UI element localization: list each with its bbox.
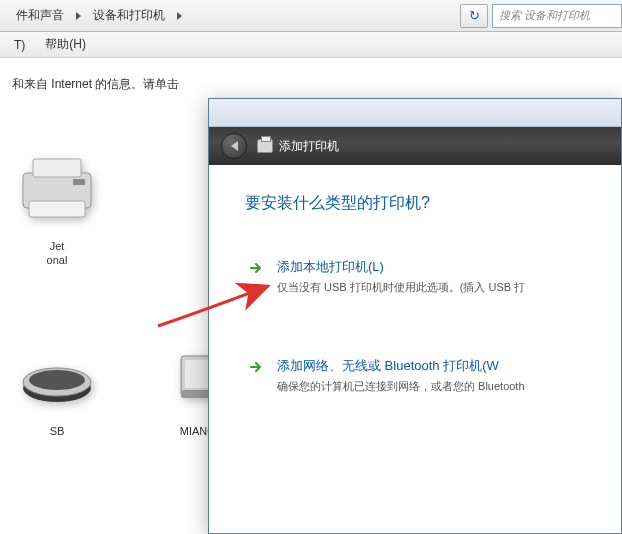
breadcrumb-hardware-sound[interactable]: 件和声音 [8, 3, 72, 28]
option-add-network-printer[interactable]: 添加网络、无线或 Bluetooth 打印机(W 确保您的计算机已连接到网络，或… [245, 351, 585, 400]
back-button[interactable] [221, 133, 247, 159]
breadcrumb-devices-printers[interactable]: 设备和打印机 [85, 3, 173, 28]
dialog-heading: 要安装什么类型的打印机? [245, 193, 585, 214]
arrow-right-icon [249, 260, 265, 276]
svg-point-6 [29, 370, 85, 390]
refresh-button[interactable]: ↻ [460, 4, 488, 28]
dialog-titlebar[interactable] [209, 99, 621, 127]
device-label: Jet onal [47, 239, 68, 268]
device-label: SB [50, 424, 65, 438]
svg-rect-3 [73, 179, 85, 185]
device-printer[interactable]: Jet onal [2, 143, 112, 268]
search-input[interactable]: 搜索 设备和打印机 [492, 4, 622, 28]
chevron-right-icon [76, 12, 81, 20]
option-title: 添加网络、无线或 Bluetooth 打印机(W [277, 357, 581, 375]
info-text: 和来自 Internet 的信息。请单击 [12, 76, 610, 93]
menu-tools[interactable]: T) [4, 34, 35, 56]
dialog-body: 要安装什么类型的打印机? 添加本地打印机(L) 仅当没有 USB 打印机时使用此… [209, 165, 621, 479]
refresh-icon: ↻ [469, 8, 480, 23]
chevron-right-icon [177, 12, 182, 20]
option-description: 仅当没有 USB 打印机时使用此选项。(插入 USB 打 [277, 280, 581, 295]
menu-help[interactable]: 帮助(H) [35, 32, 96, 57]
option-description: 确保您的计算机已连接到网络，或者您的 Bluetooth [277, 379, 581, 394]
dialog-header: 添加打印机 [209, 127, 621, 165]
drive-icon [12, 328, 102, 418]
add-printer-dialog: 添加打印机 要安装什么类型的打印机? 添加本地打印机(L) 仅当没有 USB 打… [208, 98, 622, 534]
back-arrow-icon [231, 141, 238, 151]
printer-icon [257, 139, 273, 153]
printer-icon [12, 143, 102, 233]
svg-rect-2 [29, 201, 85, 217]
option-title: 添加本地打印机(L) [277, 258, 581, 276]
device-usb-drive[interactable]: SB [2, 328, 112, 438]
address-bar: 件和声音 设备和打印机 ↻ 搜索 设备和打印机 [0, 0, 622, 32]
option-add-local-printer[interactable]: 添加本地打印机(L) 仅当没有 USB 打印机时使用此选项。(插入 USB 打 [245, 252, 585, 301]
arrow-right-icon [249, 359, 265, 375]
menu-bar: T) 帮助(H) [0, 32, 622, 58]
svg-rect-1 [33, 159, 81, 177]
dialog-title: 添加打印机 [257, 138, 339, 155]
